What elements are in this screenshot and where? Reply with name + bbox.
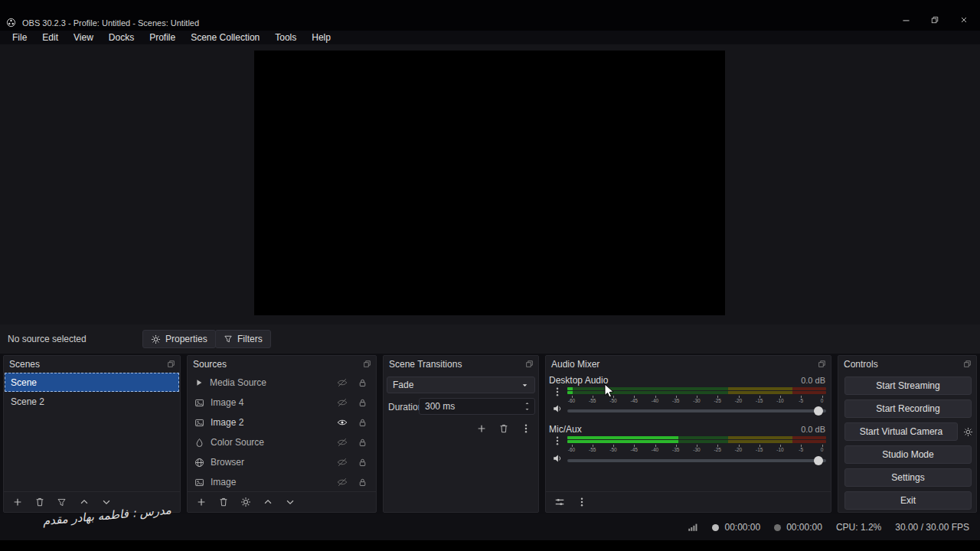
source-row[interactable]: Browser bbox=[188, 452, 375, 472]
add-transition-button[interactable] bbox=[475, 422, 488, 435]
image-source-icon bbox=[194, 418, 204, 428]
source-row[interactable]: Image 4 bbox=[188, 393, 375, 412]
scene-filters-button[interactable] bbox=[55, 496, 68, 509]
menu-help[interactable]: Help bbox=[304, 31, 338, 44]
menu-file[interactable]: File bbox=[5, 31, 34, 44]
volume-slider[interactable] bbox=[567, 459, 826, 462]
image-source-icon bbox=[194, 478, 204, 487]
scene-transitions-panel: Scene Transitions Fade Duration 300 ms bbox=[383, 355, 539, 513]
volume-slider-handle[interactable] bbox=[814, 456, 823, 465]
remove-scene-button[interactable] bbox=[33, 496, 46, 509]
settings-button[interactable]: Settings bbox=[844, 468, 972, 487]
channel-menu-icon[interactable] bbox=[552, 435, 563, 446]
start-recording-button[interactable]: Start Recording bbox=[844, 399, 972, 418]
source-label: Media Source bbox=[210, 377, 329, 388]
lock-icon[interactable] bbox=[355, 438, 369, 448]
obs-window: OBS 30.2.3 - Profile: Untitled - Scenes:… bbox=[0, 0, 980, 551]
close-button[interactable] bbox=[949, 11, 978, 29]
channel-menu-icon[interactable] bbox=[552, 386, 563, 397]
volume-slider[interactable] bbox=[567, 409, 826, 412]
mixer-panel-header: Audio Mixer bbox=[546, 356, 831, 372]
visibility-toggle-icon[interactable] bbox=[335, 397, 349, 408]
visibility-toggle-icon[interactable] bbox=[335, 377, 349, 388]
source-row[interactable]: Media Source bbox=[188, 373, 375, 393]
restore-button[interactable] bbox=[920, 11, 949, 29]
move-source-down-button[interactable] bbox=[283, 496, 296, 509]
sources-panel: Sources Media Source Image 4 bbox=[187, 355, 377, 513]
properties-button-label: Properties bbox=[165, 334, 207, 344]
menu-edit[interactable]: Edit bbox=[34, 31, 66, 44]
source-label: Color Source bbox=[211, 437, 329, 448]
menu-tools[interactable]: Tools bbox=[267, 31, 304, 44]
start-streaming-button[interactable]: Start Streaming bbox=[844, 377, 972, 395]
sources-panel-title: Sources bbox=[193, 359, 227, 370]
scene-item[interactable]: Scene 2 bbox=[5, 392, 179, 411]
stream-status-dot bbox=[712, 524, 719, 531]
source-properties-button[interactable] bbox=[239, 496, 252, 509]
obs-logo-icon bbox=[6, 18, 16, 28]
menu-scene-collection[interactable]: Scene Collection bbox=[183, 31, 267, 44]
cpu-usage: CPU: 1.2% bbox=[836, 522, 881, 533]
image-source-icon bbox=[194, 398, 204, 408]
preview-area bbox=[0, 44, 980, 324]
dock-icon bbox=[363, 360, 371, 368]
transition-properties-button[interactable] bbox=[519, 422, 532, 435]
channel-db: 0.0 dB bbox=[801, 425, 825, 434]
visibility-toggle-icon[interactable] bbox=[335, 477, 349, 487]
menu-profile[interactable]: Profile bbox=[142, 31, 183, 44]
gear-icon bbox=[151, 334, 161, 344]
source-row[interactable]: Color Source bbox=[188, 432, 375, 452]
fps-indicator: 30.00 / 30.00 FPS bbox=[895, 522, 969, 533]
scenes-panel: Scenes Scene Scene 2 bbox=[3, 355, 181, 513]
properties-button[interactable]: Properties bbox=[142, 330, 216, 348]
lock-icon[interactable] bbox=[355, 398, 369, 408]
start-virtual-camera-button[interactable]: Start Virtual Camera bbox=[844, 422, 958, 441]
visibility-toggle-icon[interactable] bbox=[335, 417, 349, 428]
menu-view[interactable]: View bbox=[66, 31, 101, 44]
dock-icon bbox=[525, 360, 534, 368]
studio-mode-button[interactable]: Studio Mode bbox=[844, 445, 972, 464]
move-scene-up-button[interactable] bbox=[77, 496, 90, 509]
dock-area: Scenes Scene Scene 2 Sources bbox=[0, 354, 980, 514]
filters-button[interactable]: Filters bbox=[215, 330, 271, 348]
lock-icon[interactable] bbox=[355, 458, 369, 468]
controls-panel-title: Controls bbox=[844, 359, 878, 370]
duration-value: 300 ms bbox=[425, 401, 455, 412]
speaker-icon[interactable] bbox=[552, 453, 563, 464]
window-title: OBS 30.2.3 - Profile: Untitled - Scenes:… bbox=[22, 18, 199, 28]
controls-panel: Controls Start Streaming Start Recording… bbox=[838, 355, 977, 513]
preview-canvas[interactable] bbox=[254, 51, 725, 315]
duration-spinner[interactable]: 300 ms bbox=[419, 398, 535, 415]
volume-slider-handle[interactable] bbox=[814, 406, 823, 416]
transition-select[interactable]: Fade bbox=[387, 377, 535, 393]
lock-icon[interactable] bbox=[355, 378, 369, 388]
audio-meter: -60-55-50-45-40-35-30-25-20-15-10-50 bbox=[567, 436, 826, 453]
no-source-label: No source selected bbox=[8, 324, 87, 354]
advanced-audio-button[interactable] bbox=[553, 496, 566, 509]
source-row[interactable]: Image 2 bbox=[188, 412, 375, 432]
speaker-icon[interactable] bbox=[552, 403, 563, 414]
lock-icon[interactable] bbox=[355, 418, 369, 428]
source-row[interactable]: Image bbox=[188, 472, 375, 492]
add-source-button[interactable] bbox=[194, 496, 207, 509]
source-label: Image bbox=[211, 477, 329, 487]
controls-panel-header: Controls bbox=[838, 356, 976, 372]
remove-source-button[interactable] bbox=[217, 496, 230, 509]
visibility-toggle-icon[interactable] bbox=[335, 437, 349, 448]
recording-time-value: 00:00:00 bbox=[786, 522, 822, 533]
scene-item[interactable]: Scene bbox=[5, 373, 179, 392]
virtual-camera-settings-icon[interactable] bbox=[961, 422, 975, 441]
minimize-button[interactable] bbox=[891, 11, 920, 29]
source-label: Browser bbox=[211, 457, 329, 468]
move-scene-down-button[interactable] bbox=[100, 496, 113, 509]
add-scene-button[interactable] bbox=[11, 496, 24, 509]
exit-button[interactable]: Exit bbox=[844, 491, 972, 510]
lock-icon[interactable] bbox=[355, 478, 369, 487]
mixer-menu-button[interactable] bbox=[575, 496, 588, 509]
visibility-toggle-icon[interactable] bbox=[335, 457, 349, 468]
move-source-up-button[interactable] bbox=[261, 496, 274, 509]
sources-list: Media Source Image 4 Image 2 bbox=[188, 373, 375, 491]
spinner-arrows[interactable] bbox=[524, 400, 531, 412]
menu-docks[interactable]: Docks bbox=[101, 31, 142, 44]
remove-transition-button[interactable] bbox=[497, 422, 510, 435]
